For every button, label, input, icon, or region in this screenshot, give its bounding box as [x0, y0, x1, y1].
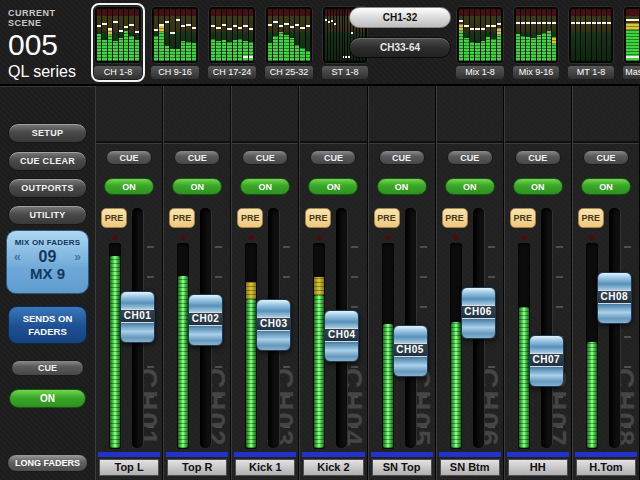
- meter-bar: [243, 9, 247, 61]
- fader-track[interactable]: [609, 208, 620, 448]
- pre-badge[interactable]: PRE: [578, 208, 604, 228]
- channel-cue-button[interactable]: CUE: [583, 150, 629, 165]
- channel-on-button[interactable]: ON: [240, 178, 290, 195]
- meter-bank-tab[interactable]: CH 25-32: [262, 3, 316, 82]
- channel-cue-button[interactable]: CUE: [242, 150, 288, 165]
- pre-badge[interactable]: PRE: [101, 208, 127, 228]
- channel-name-label[interactable]: Top L: [99, 459, 159, 476]
- fader-track[interactable]: [541, 208, 552, 448]
- meter-bank-bars: [623, 6, 640, 64]
- pre-badge[interactable]: PRE: [237, 208, 263, 228]
- meter-bank-tab[interactable]: MT 1-8: [565, 3, 617, 82]
- pre-badge[interactable]: PRE: [510, 208, 536, 228]
- strip-encoder-panel[interactable]: [300, 86, 366, 143]
- meter-bar: [211, 9, 215, 61]
- channel-cue-button[interactable]: CUE: [379, 150, 425, 165]
- current-scene-panel[interactable]: CURRENT SCENE 005 QL series: [6, 6, 90, 82]
- strip-encoder-panel[interactable]: [232, 86, 298, 143]
- meter-bar: [464, 9, 468, 61]
- meter-fill: [246, 299, 256, 448]
- fader-cap[interactable]: CH06: [461, 287, 496, 339]
- meter-bar: [516, 9, 520, 61]
- setup-button[interactable]: SETUP: [8, 123, 87, 143]
- channel-on-button[interactable]: ON: [581, 178, 631, 195]
- channel-on-button[interactable]: ON: [445, 178, 495, 195]
- channel-name-label[interactable]: Kick 2: [303, 459, 363, 476]
- strip-encoder-panel[interactable]: [573, 86, 639, 143]
- meter-bank-tab[interactable]: Master: [620, 3, 640, 82]
- channel-strip: CUE ON PRE CH01 CH01 Top L: [95, 86, 163, 480]
- channel-on-button[interactable]: ON: [513, 178, 563, 195]
- bank-button-ch33-64[interactable]: CH33-64: [349, 37, 451, 58]
- long-faders-button[interactable]: LONG FADERS: [7, 454, 88, 472]
- channel-name-label[interactable]: SN Btm: [440, 459, 500, 476]
- strip-encoder-panel[interactable]: [437, 86, 503, 143]
- fader-cap-label: CH01: [121, 309, 154, 323]
- channel-color-bar: [507, 452, 569, 457]
- meter-bar: [491, 9, 495, 61]
- utility-button[interactable]: UTILITY: [8, 205, 87, 225]
- fader-cap[interactable]: CH02: [188, 294, 223, 346]
- mix-next-icon[interactable]: »: [74, 250, 81, 264]
- bank-button-ch1-32[interactable]: CH1-32: [349, 7, 451, 28]
- outports-button[interactable]: OUTPORTS: [8, 178, 87, 198]
- channel-name-label[interactable]: H.Tom: [576, 459, 636, 476]
- meter-bar: [216, 9, 220, 61]
- fader-cap[interactable]: CH05: [393, 325, 428, 377]
- fader-scale-tick: [420, 306, 427, 308]
- fader-cap[interactable]: CH03: [256, 299, 291, 351]
- top-meter-bridge: CURRENT SCENE 005 QL series CH 1-8CH 9-1…: [0, 0, 640, 86]
- sends-on-faders-button[interactable]: SENDS ONFADERS: [8, 306, 87, 344]
- sidebar-on-button[interactable]: ON: [9, 389, 86, 408]
- fader-cap[interactable]: CH07: [529, 335, 564, 387]
- fader-cap-label: CH04: [325, 328, 358, 342]
- meter-bank-tab[interactable]: CH 9-16: [148, 3, 202, 82]
- channel-color-bar: [98, 452, 160, 457]
- meter-bar: [486, 9, 490, 61]
- channel-name-label[interactable]: Top R: [167, 459, 227, 476]
- pre-badge[interactable]: PRE: [374, 208, 400, 228]
- channel-cue-button[interactable]: CUE: [447, 150, 493, 165]
- strip-encoder-panel[interactable]: [96, 86, 162, 143]
- meter-bar: [154, 9, 158, 61]
- strip-encoder-panel[interactable]: [505, 86, 571, 143]
- meter-bar: [331, 9, 333, 61]
- meter-bank-tab[interactable]: Mix 9-16: [510, 3, 562, 82]
- meter-bar: [552, 9, 556, 61]
- channel-cue-button[interactable]: CUE: [310, 150, 356, 165]
- channel-name-label[interactable]: SN Top: [372, 459, 432, 476]
- channel-on-button[interactable]: ON: [104, 178, 154, 195]
- channel-cue-button[interactable]: CUE: [174, 150, 220, 165]
- channel-on-button[interactable]: ON: [172, 178, 222, 195]
- channel-cue-button[interactable]: CUE: [515, 150, 561, 165]
- fader-scale-tick: [215, 276, 222, 278]
- meter-bar: [108, 9, 112, 61]
- mix-number: 09: [39, 248, 57, 266]
- mix-prev-icon[interactable]: «: [14, 250, 21, 264]
- fader-cap-label: CH08: [598, 290, 631, 304]
- channel-name-label[interactable]: HH: [508, 459, 568, 476]
- strip-encoder-panel[interactable]: [369, 86, 435, 143]
- meter-bank-tab[interactable]: CH 17-24: [205, 3, 259, 82]
- fader-cap[interactable]: CH04: [324, 310, 359, 362]
- fader-scale-tick: [556, 246, 563, 248]
- meter-bar: [192, 9, 196, 61]
- pre-badge[interactable]: PRE: [442, 208, 468, 228]
- cue-clear-button[interactable]: CUE CLEAR: [8, 151, 87, 171]
- meter-bank-tab[interactable]: Mix 1-8: [453, 3, 507, 82]
- channel-name-label[interactable]: Kick 1: [235, 459, 295, 476]
- channel-on-button[interactable]: ON: [308, 178, 358, 195]
- mix-on-faders-panel[interactable]: MIX ON FADERS « 09 » MX 9: [6, 230, 89, 294]
- meter-bar: [135, 9, 139, 61]
- fader-cap[interactable]: CH01: [120, 291, 155, 343]
- pre-badge[interactable]: PRE: [169, 208, 195, 228]
- pre-badge[interactable]: PRE: [305, 208, 331, 228]
- meter-bank-tab[interactable]: CH 1-8: [91, 3, 145, 82]
- fader-cap[interactable]: CH08: [597, 272, 632, 324]
- strip-encoder-panel[interactable]: [164, 86, 230, 143]
- channel-cue-button[interactable]: CUE: [106, 150, 152, 165]
- sidebar-cue-button[interactable]: CUE: [11, 360, 84, 376]
- channel-on-button[interactable]: ON: [377, 178, 427, 195]
- channel-strips: CUE ON PRE CH01 CH01 Top L CUE ON PRE CH…: [95, 86, 640, 480]
- meter-bar: [159, 9, 163, 61]
